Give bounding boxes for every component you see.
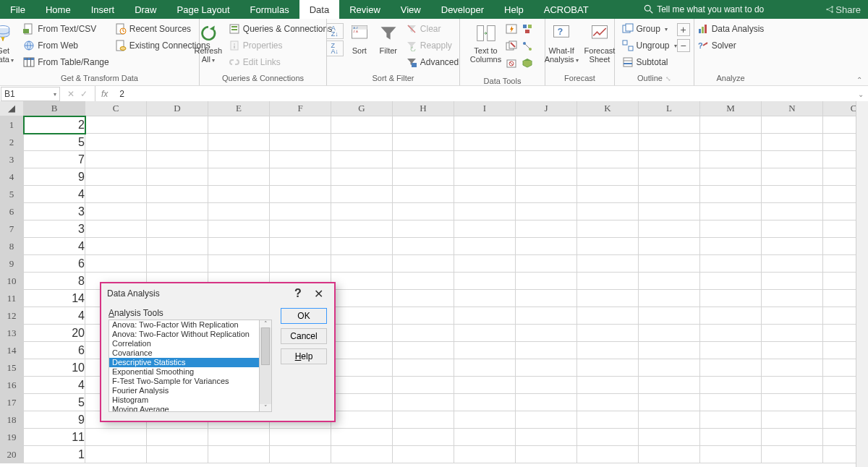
- row-header[interactable]: 6: [0, 203, 24, 220]
- cell[interactable]: [762, 377, 823, 394]
- cell[interactable]: [270, 151, 331, 168]
- cell[interactable]: [700, 220, 762, 238]
- cell[interactable]: [454, 220, 516, 238]
- column-header[interactable]: B: [24, 101, 85, 116]
- tab-file[interactable]: File: [0, 0, 35, 19]
- cell[interactable]: [700, 325, 762, 342]
- cell[interactable]: [700, 255, 762, 273]
- consolidate-icon[interactable]: [522, 23, 533, 35]
- cell[interactable]: 3: [24, 220, 85, 238]
- cell[interactable]: [700, 186, 762, 203]
- row-header[interactable]: 14: [0, 342, 24, 359]
- cell[interactable]: 9: [24, 168, 85, 186]
- cell[interactable]: [270, 186, 331, 203]
- cell[interactable]: [270, 168, 331, 186]
- cell[interactable]: [147, 238, 208, 255]
- cell[interactable]: [762, 238, 823, 255]
- cell[interactable]: [85, 134, 147, 151]
- from-web-button[interactable]: From Web: [23, 38, 109, 53]
- cell[interactable]: [762, 325, 823, 342]
- cell[interactable]: [639, 134, 700, 151]
- cell[interactable]: 9: [24, 411, 85, 429]
- scroll-up-icon[interactable]: ˄: [264, 320, 268, 327]
- cell[interactable]: [762, 307, 823, 325]
- cell[interactable]: [208, 238, 270, 255]
- cell[interactable]: [331, 168, 393, 186]
- cell[interactable]: 4: [24, 186, 85, 203]
- cell[interactable]: [454, 134, 516, 151]
- cell[interactable]: [700, 359, 762, 377]
- cell[interactable]: [393, 290, 454, 307]
- row-header[interactable]: 19: [0, 429, 24, 446]
- cell[interactable]: [700, 446, 762, 463]
- cell[interactable]: [147, 255, 208, 273]
- refresh-all-button[interactable]: Refresh All▾: [191, 20, 226, 67]
- cell[interactable]: [762, 429, 823, 446]
- cell[interactable]: [208, 116, 270, 134]
- cell[interactable]: [331, 429, 393, 446]
- cell[interactable]: [700, 134, 762, 151]
- cell[interactable]: [700, 377, 762, 394]
- cell[interactable]: [393, 411, 454, 429]
- cell[interactable]: [762, 116, 823, 134]
- cell[interactable]: [639, 307, 700, 325]
- row-header[interactable]: 1: [0, 116, 24, 134]
- help-icon[interactable]: ?: [288, 287, 308, 300]
- cell[interactable]: [577, 168, 639, 186]
- cell[interactable]: [147, 446, 208, 463]
- cell[interactable]: [270, 446, 331, 463]
- cell[interactable]: 1: [24, 446, 85, 463]
- row-header[interactable]: 15: [0, 359, 24, 377]
- cell[interactable]: [454, 186, 516, 203]
- cell[interactable]: [393, 116, 454, 134]
- cell[interactable]: [516, 429, 577, 446]
- row-header[interactable]: 8: [0, 238, 24, 255]
- cell[interactable]: [516, 307, 577, 325]
- tab-view[interactable]: View: [391, 0, 431, 19]
- cell[interactable]: [639, 290, 700, 307]
- cell[interactable]: [208, 151, 270, 168]
- from-text-csv-button[interactable]: From Text/CSV: [23, 22, 109, 36]
- cell[interactable]: [700, 307, 762, 325]
- cell[interactable]: [700, 203, 762, 220]
- cell[interactable]: [270, 220, 331, 238]
- tab-review[interactable]: Review: [339, 0, 391, 19]
- column-header[interactable]: N: [762, 101, 823, 116]
- cell[interactable]: [762, 273, 823, 290]
- row-header[interactable]: 20: [0, 446, 24, 463]
- cell[interactable]: [700, 342, 762, 359]
- cell[interactable]: [147, 168, 208, 186]
- sort-asc-icon[interactable]: AZ↓: [326, 23, 344, 39]
- row-header[interactable]: 17: [0, 394, 24, 411]
- cell[interactable]: [331, 411, 393, 429]
- cell[interactable]: [577, 134, 639, 151]
- cell[interactable]: [208, 220, 270, 238]
- cell[interactable]: [454, 342, 516, 359]
- cell[interactable]: 20: [24, 325, 85, 342]
- column-header[interactable]: M: [700, 101, 762, 116]
- cell[interactable]: 4: [24, 238, 85, 255]
- cell[interactable]: [208, 203, 270, 220]
- cell[interactable]: [577, 290, 639, 307]
- cell[interactable]: [577, 359, 639, 377]
- cell[interactable]: [577, 429, 639, 446]
- cell[interactable]: [393, 186, 454, 203]
- cell[interactable]: [639, 394, 700, 411]
- sort-desc-icon[interactable]: ZA↓: [326, 40, 344, 56]
- cell[interactable]: [700, 411, 762, 429]
- cell[interactable]: [208, 429, 270, 446]
- cell[interactable]: [762, 186, 823, 203]
- cell[interactable]: [393, 307, 454, 325]
- dialog-launcher-icon[interactable]: ⤡: [665, 75, 671, 82]
- cell[interactable]: [270, 238, 331, 255]
- cell[interactable]: [85, 116, 147, 134]
- cell[interactable]: [147, 203, 208, 220]
- cell[interactable]: [270, 203, 331, 220]
- cell[interactable]: 10: [24, 359, 85, 377]
- cell[interactable]: [700, 116, 762, 134]
- cell[interactable]: [516, 394, 577, 411]
- cell[interactable]: [516, 203, 577, 220]
- list-item[interactable]: Covariance: [109, 348, 271, 358]
- cell[interactable]: [700, 290, 762, 307]
- cell[interactable]: [270, 116, 331, 134]
